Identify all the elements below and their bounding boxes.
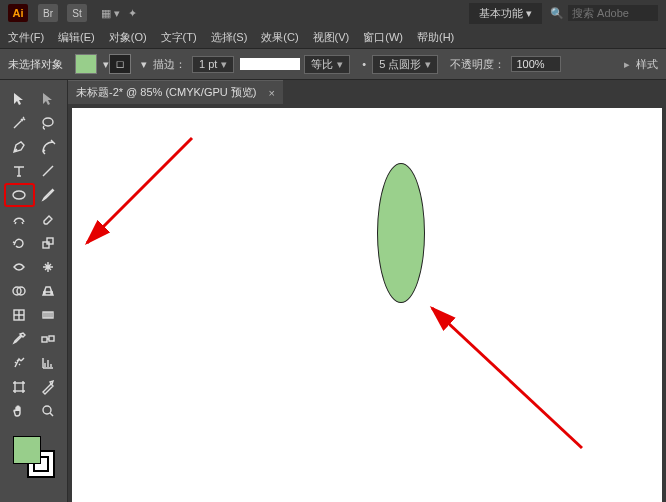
svg-point-0: [13, 191, 25, 199]
main-menu: 文件(F) 编辑(E) 对象(O) 文字(T) 选择(S) 效果(C) 视图(V…: [0, 26, 666, 48]
bridge-icon[interactable]: Br: [38, 4, 58, 22]
title-bar: Ai Br St ▦ ▾ ✦ 基本功能 ▾ 🔍: [0, 0, 666, 26]
curvature-tool[interactable]: [34, 136, 63, 158]
opacity-input[interactable]: [511, 56, 561, 72]
scale-type-select[interactable]: 等比▾: [304, 55, 350, 74]
menu-type[interactable]: 文字(T): [161, 30, 197, 45]
close-tab-icon[interactable]: ×: [268, 87, 274, 99]
svg-line-11: [87, 138, 192, 243]
scale-tool[interactable]: [34, 232, 63, 254]
menu-edit[interactable]: 编辑(E): [58, 30, 95, 45]
menu-file[interactable]: 文件(F): [8, 30, 44, 45]
menu-effect[interactable]: 效果(C): [261, 30, 298, 45]
width-tool[interactable]: [5, 256, 34, 278]
app-ai-icon: Ai: [8, 4, 28, 22]
shaper-tool[interactable]: [5, 208, 34, 230]
slice-tool[interactable]: [34, 376, 63, 398]
hand-tool[interactable]: [5, 400, 34, 422]
symbol-sprayer-tool[interactable]: [5, 352, 34, 374]
line-tool[interactable]: [34, 160, 63, 182]
document-tab-title: 未标题-2* @ 85% (CMYK/GPU 预览): [76, 85, 256, 100]
annotation-arrows: [72, 108, 662, 502]
fill-stroke-swatch[interactable]: [13, 436, 55, 478]
menu-window[interactable]: 窗口(W): [363, 30, 403, 45]
free-transform-tool[interactable]: [34, 256, 63, 278]
stroke-dropdown-icon[interactable]: ▾: [141, 58, 147, 71]
type-tool[interactable]: [5, 160, 34, 182]
stroke-label: 描边：: [153, 57, 186, 72]
fill-color[interactable]: [13, 436, 41, 464]
zoom-tool[interactable]: [34, 400, 63, 422]
ellipse-shape[interactable]: [377, 163, 425, 303]
svg-point-10: [43, 406, 51, 414]
svg-rect-9: [15, 383, 23, 391]
gradient-tool[interactable]: [34, 304, 63, 326]
menu-help[interactable]: 帮助(H): [417, 30, 454, 45]
stock-icon[interactable]: St: [67, 4, 87, 22]
svg-rect-1: [43, 242, 49, 248]
artboard-tool[interactable]: [5, 376, 34, 398]
svg-rect-7: [42, 337, 47, 342]
search-icon: 🔍: [550, 7, 564, 20]
svg-rect-2: [47, 238, 53, 244]
menu-object[interactable]: 对象(O): [109, 30, 147, 45]
search-input[interactable]: [568, 5, 658, 21]
document-tab-bar: 未标题-2* @ 85% (CMYK/GPU 预览) ×: [68, 80, 666, 104]
paintbrush-tool[interactable]: [34, 184, 63, 206]
blend-tool[interactable]: [34, 328, 63, 350]
document-tab[interactable]: 未标题-2* @ 85% (CMYK/GPU 预览) ×: [68, 80, 283, 104]
direct-selection-tool[interactable]: [34, 88, 63, 110]
bridge-icons: Br St: [38, 4, 93, 22]
svg-rect-8: [49, 336, 54, 341]
document-area: 未标题-2* @ 85% (CMYK/GPU 预览) ×: [68, 80, 666, 502]
options-bar: 未选择对象 ▾ □▾ 描边： 1 pt▾ 等比▾ • 5 点圆形▾ 不透明度： …: [0, 48, 666, 80]
opacity-label: 不透明度：: [450, 57, 505, 72]
menu-view[interactable]: 视图(V): [313, 30, 350, 45]
shape-builder-tool[interactable]: [5, 280, 34, 302]
stroke-weight-input[interactable]: 1 pt▾: [192, 56, 234, 73]
ellipse-tool[interactable]: [5, 184, 34, 206]
arrange-icon[interactable]: ▦ ▾: [101, 7, 120, 20]
workspace-switcher[interactable]: 基本功能 ▾: [469, 3, 542, 24]
stroke-swatch[interactable]: □: [109, 54, 131, 74]
style-label[interactable]: 样式: [636, 57, 658, 72]
wand-icon[interactable]: ✦: [128, 7, 137, 20]
stroke-profile-preview[interactable]: [240, 58, 300, 70]
mesh-tool[interactable]: [5, 304, 34, 326]
pen-tool[interactable]: [5, 136, 34, 158]
selection-tool[interactable]: [5, 88, 34, 110]
chevron-right-icon[interactable]: ▸: [624, 58, 630, 71]
magic-wand-tool[interactable]: [5, 112, 34, 134]
perspective-tool[interactable]: [34, 280, 63, 302]
eyedropper-tool[interactable]: [5, 328, 34, 350]
menu-select[interactable]: 选择(S): [211, 30, 248, 45]
fill-swatch[interactable]: [75, 54, 97, 74]
bullet-icon: •: [362, 58, 366, 70]
selection-status: 未选择对象: [8, 57, 63, 72]
canvas[interactable]: [72, 108, 662, 502]
eraser-tool[interactable]: [34, 208, 63, 230]
brush-select[interactable]: 5 点圆形▾: [372, 55, 438, 74]
workspace-label: 基本功能: [479, 7, 523, 19]
svg-line-12: [432, 308, 582, 448]
graph-tool[interactable]: [34, 352, 63, 374]
lasso-tool[interactable]: [34, 112, 63, 134]
tool-panel: [0, 80, 68, 502]
rotate-tool[interactable]: [5, 232, 34, 254]
